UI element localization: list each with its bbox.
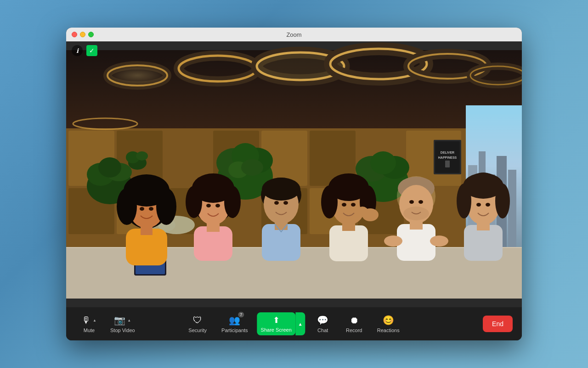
toolbar-left: 🎙 ▲ Mute 📷 ▲ Stop Video	[75, 312, 141, 336]
participant-count: 7	[238, 312, 244, 317]
mute-chevron: ▲	[93, 318, 96, 322]
svg-point-43	[98, 157, 121, 178]
svg-point-85	[215, 204, 220, 207]
svg-point-27	[107, 65, 167, 86]
security-icon: 🛡	[193, 315, 202, 326]
svg-point-119	[457, 184, 471, 218]
stop-video-label: Stop Video	[110, 328, 135, 333]
meeting-info-button[interactable]: ℹ	[72, 45, 83, 56]
maximize-button[interactable]	[88, 32, 94, 37]
toolbar: 🎙 ▲ Mute 📷 ▲ Stop Video 🛡 Security	[66, 307, 522, 340]
svg-point-76	[149, 207, 153, 211]
video-chevron: ▲	[127, 318, 131, 322]
svg-point-111	[418, 200, 423, 204]
record-icon: ⏺	[350, 315, 359, 326]
svg-point-105	[357, 207, 368, 216]
mute-button[interactable]: 🎙 ▲ Mute	[75, 312, 103, 336]
participants-label: Participants	[221, 328, 248, 333]
info-bar: ℹ ✓	[66, 41, 103, 60]
participants-button[interactable]: 👥 7 Participants	[216, 312, 253, 336]
share-screen-chevron[interactable]: ▲	[295, 312, 305, 335]
chat-icon: 💬	[317, 315, 328, 326]
close-button[interactable]	[72, 32, 77, 37]
stop-video-button[interactable]: 📷 ▲ Stop Video	[105, 312, 141, 336]
svg-point-84	[206, 204, 211, 207]
svg-rect-124	[477, 222, 490, 230]
chat-label: Chat	[317, 328, 328, 333]
reactions-icon: 😊	[383, 315, 394, 326]
svg-point-121	[476, 203, 481, 207]
chat-button[interactable]: 💬 Chat	[309, 312, 337, 336]
share-screen-button[interactable]: ⬆ Share Screen	[257, 312, 295, 335]
svg-point-53	[370, 151, 396, 174]
svg-text:HAPPINESS: HAPPINESS	[438, 156, 457, 159]
svg-rect-87	[207, 224, 220, 232]
video-area: DELIVER HAPPINESS	[66, 41, 522, 307]
svg-rect-103	[342, 223, 355, 231]
svg-text:DELIVER: DELIVER	[441, 151, 454, 154]
security-label: Security	[188, 328, 207, 333]
stop-video-icon-area: 📷 ▲	[114, 315, 131, 326]
mute-label: Mute	[84, 328, 95, 333]
camera-icon: 📷	[114, 315, 125, 326]
svg-point-82	[186, 186, 202, 218]
svg-point-122	[486, 203, 490, 207]
svg-point-100	[342, 203, 346, 207]
record-label: Record	[346, 328, 362, 333]
svg-point-114	[384, 236, 402, 247]
svg-rect-113	[410, 221, 423, 230]
end-button[interactable]: End	[483, 316, 513, 332]
reactions-label: Reactions	[377, 328, 400, 333]
svg-point-73	[117, 188, 137, 225]
svg-point-74	[156, 188, 176, 225]
reactions-button[interactable]: 😊 Reactions	[372, 312, 405, 336]
svg-point-92	[283, 201, 288, 205]
share-screen-icon: ⬆	[273, 315, 280, 325]
security-badge[interactable]: ✓	[86, 45, 97, 56]
toolbar-center: 🛡 Security 👥 7 Participants ⬆ Share Scre…	[183, 312, 405, 336]
zoom-window: Zoom	[66, 28, 522, 340]
svg-point-91	[274, 201, 279, 205]
svg-point-90	[262, 178, 300, 201]
svg-point-115	[430, 236, 448, 247]
svg-point-49	[241, 159, 263, 176]
svg-point-110	[409, 200, 414, 204]
traffic-lights	[72, 32, 94, 37]
security-button[interactable]: 🛡 Security	[183, 312, 212, 336]
svg-point-83	[224, 186, 241, 218]
svg-rect-61	[445, 161, 450, 167]
svg-point-75	[140, 207, 144, 211]
minimize-button[interactable]	[80, 32, 85, 37]
title-bar: Zoom	[66, 28, 522, 41]
share-screen-group: ⬆ Share Screen ▲	[257, 312, 305, 335]
svg-point-98	[321, 185, 338, 218]
record-button[interactable]: ⏺ Record	[340, 312, 368, 336]
svg-point-56	[136, 151, 148, 161]
svg-point-101	[351, 203, 356, 207]
mute-icon-area: 🎙 ▲	[82, 315, 96, 326]
toolbar-right: End	[483, 316, 513, 332]
window-title: Zoom	[286, 31, 301, 38]
share-screen-label: Share Screen	[261, 327, 292, 333]
svg-point-120	[495, 184, 510, 218]
microphone-icon: 🎙	[82, 315, 91, 326]
svg-rect-78	[141, 226, 153, 235]
